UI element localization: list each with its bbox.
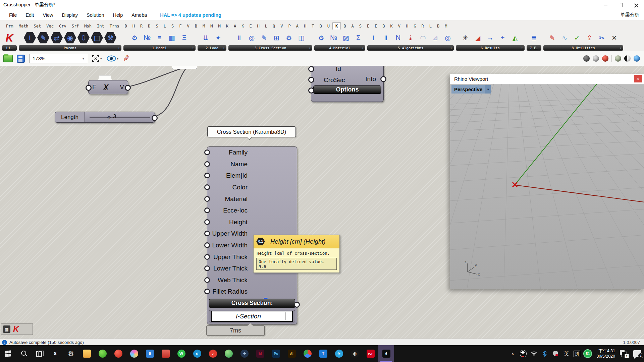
- tab-m-20[interactable]: M: [208, 23, 215, 29]
- utility-interpolate-icon[interactable]: ∿: [559, 32, 571, 44]
- tab-l-48[interactable]: L: [427, 23, 434, 29]
- app-netease-app[interactable]: [110, 345, 126, 362]
- ribbon-group-li-[interactable]: Li…: [2, 45, 17, 51]
- utility-mapper-icon[interactable]: ⇪: [584, 32, 595, 44]
- app-cloudmusic[interactable]: ♪: [205, 345, 221, 362]
- menu-item-edit[interactable]: Edit: [21, 11, 38, 19]
- model-view-icon[interactable]: ✳: [460, 32, 471, 44]
- reaction-forces-icon[interactable]: +: [497, 32, 508, 44]
- utility-check-icon[interactable]: ✓: [572, 32, 583, 44]
- window-stack-icon[interactable]: 2: [619, 347, 629, 360]
- close-button[interactable]: [629, 0, 644, 10]
- app-illustrator[interactable]: Ai: [284, 345, 300, 362]
- tab-p-30[interactable]: P: [286, 23, 293, 29]
- length-slider[interactable]: Length ◇ 3: [55, 112, 155, 123]
- beam-view-icon[interactable]: ◢: [472, 32, 484, 44]
- mesh-preview-icon[interactable]: [615, 55, 621, 62]
- tab-vec-3[interactable]: Vec: [44, 23, 56, 29]
- input-port-web-thick[interactable]: [204, 277, 210, 283]
- input-port-ecce-loc[interactable]: [204, 207, 210, 213]
- app-cheetah-browser[interactable]: [95, 345, 110, 362]
- qq-tray-icon[interactable]: [519, 347, 528, 360]
- ribbon-group-8-utilities[interactable]: 8.Utilities▾: [543, 45, 623, 51]
- input-port-upper-thick[interactable]: [204, 254, 210, 260]
- save-file-icon[interactable]: [17, 55, 25, 63]
- utility-brush-icon[interactable]: ✎: [547, 32, 558, 44]
- app-pdf[interactable]: PDF: [363, 345, 378, 362]
- output-port[interactable]: [380, 76, 386, 82]
- viewport-title-bar[interactable]: Rhino Viewport ✕: [450, 74, 644, 84]
- tab-b-42[interactable]: B: [380, 23, 387, 29]
- tab-b-37[interactable]: B: [341, 23, 348, 29]
- tab-m-21[interactable]: M: [215, 23, 223, 29]
- app-red-folder[interactable]: [158, 345, 173, 362]
- tab-r-11[interactable]: R: [138, 23, 145, 29]
- utilization-icon[interactable]: ◭: [509, 32, 521, 44]
- preview-options-dropdown[interactable]: ▾: [117, 57, 119, 60]
- zoom-extents-icon[interactable]: [92, 55, 99, 62]
- open-file-icon[interactable]: [3, 55, 13, 62]
- tab-m-50[interactable]: M: [442, 23, 450, 29]
- cross-section-edit-icon[interactable]: ✎: [259, 32, 270, 44]
- app-browser-compass[interactable]: e: [189, 345, 205, 362]
- slider-output-port[interactable]: [152, 115, 158, 121]
- tab-v-44[interactable]: V: [395, 23, 403, 29]
- cross-section-optimizer-icon[interactable]: ⚙: [283, 32, 295, 44]
- tab-b-18[interactable]: B: [192, 23, 200, 29]
- viewport-3d-view[interactable]: Perspective ▼: [450, 84, 644, 289]
- tab-math-1[interactable]: Math: [16, 23, 31, 29]
- beam-cross-section-icon[interactable]: Ⅱ: [234, 32, 245, 44]
- tab-k-43[interactable]: K: [388, 23, 395, 29]
- dropdown-handle[interactable]: [285, 312, 291, 320]
- large-deformation-icon[interactable]: ⇣: [405, 32, 416, 44]
- input-port-elem-id[interactable]: [204, 173, 210, 178]
- viewport-mode-dropdown[interactable]: Perspective ▼: [451, 85, 491, 94]
- tab-k-36[interactable]: K: [332, 22, 341, 29]
- params-import-icon[interactable]: ⇩: [77, 32, 90, 44]
- params-modify-icon[interactable]: ⚒: [104, 32, 117, 44]
- analyze-nonlinear-icon[interactable]: N: [392, 32, 404, 44]
- menu-item-solution[interactable]: Solution: [82, 11, 108, 19]
- ribbon-group-7-e-[interactable]: 7.E…: [527, 45, 541, 51]
- app-settings[interactable]: ⚙: [63, 345, 79, 362]
- shell-view-icon[interactable]: →: [485, 32, 496, 44]
- slider-track[interactable]: ◇ 3: [90, 117, 150, 118]
- cross-section-search-icon[interactable]: ◎: [246, 32, 258, 44]
- tab-r-47[interactable]: R: [419, 23, 427, 29]
- disassemble-model-icon[interactable]: ≡: [154, 32, 165, 44]
- halftone-preview-icon[interactable]: [624, 55, 631, 62]
- expression-output-port[interactable]: [125, 85, 131, 91]
- cross-section-range-icon[interactable]: ⊞: [271, 32, 282, 44]
- tab-set-2[interactable]: Set: [31, 23, 44, 29]
- app-rhino[interactable]: 6: [378, 345, 394, 362]
- tab-a-38[interactable]: A: [348, 23, 356, 29]
- tab-t-33[interactable]: T: [309, 23, 317, 29]
- input-port-lower-width[interactable]: [204, 242, 210, 248]
- input-port-fillet-radius[interactable]: [204, 289, 210, 294]
- tab-b-34[interactable]: B: [317, 23, 324, 29]
- tab-prm-0[interactable]: Prm: [3, 23, 16, 29]
- tab-e-41[interactable]: E: [372, 23, 380, 29]
- tab-a-23[interactable]: A: [231, 23, 239, 29]
- menu-item-ameba[interactable]: Ameba: [127, 11, 151, 19]
- ribbon-group-6-results[interactable]: 6.Results▾: [456, 45, 525, 51]
- app-tim[interactable]: T: [315, 345, 331, 362]
- app-indesign[interactable]: Id: [252, 345, 268, 362]
- tab-l-27[interactable]: L: [262, 23, 270, 29]
- app-chrome[interactable]: [300, 345, 315, 362]
- assemble-model-icon[interactable]: ⚙: [129, 32, 141, 44]
- preview-eye-icon[interactable]: [107, 55, 116, 62]
- input-port[interactable]: [308, 77, 314, 83]
- input-port-material[interactable]: [204, 196, 210, 202]
- selected-only-preview-icon[interactable]: [602, 55, 608, 62]
- options-button[interactable]: Options: [313, 85, 381, 94]
- expression-input-port[interactable]: [86, 85, 92, 91]
- tab-h-45[interactable]: H: [403, 23, 411, 29]
- tab-q-28[interactable]: Q: [270, 23, 278, 29]
- ribbon-group-1-model[interactable]: 1.Model▾: [123, 45, 196, 51]
- input-port[interactable]: [308, 87, 314, 94]
- tab-h-32[interactable]: H: [301, 23, 309, 29]
- task-view-button[interactable]: [32, 345, 47, 362]
- tab-l-14[interactable]: L: [161, 23, 169, 29]
- app-wechat-work[interactable]: [221, 345, 236, 362]
